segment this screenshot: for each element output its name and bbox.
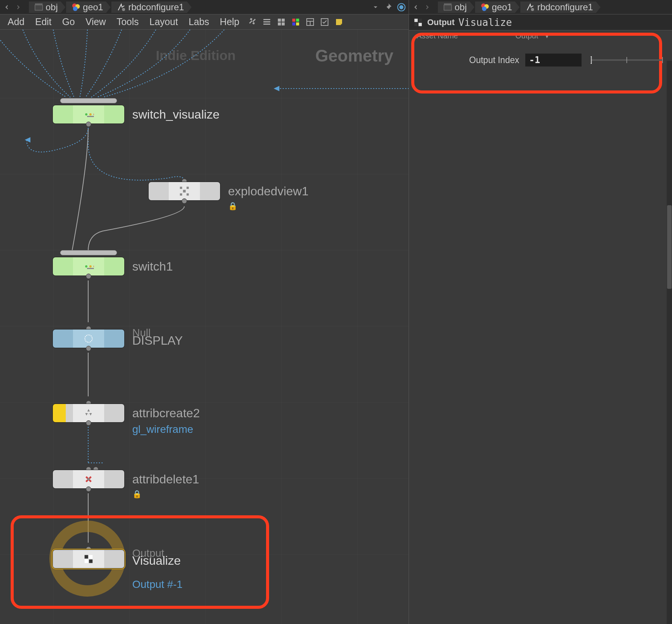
sop-icon (526, 3, 535, 12)
output-connector[interactable] (86, 346, 91, 351)
sop-icon (117, 3, 126, 12)
svg-point-4 (73, 6, 78, 11)
node-label: attribcreate2 (132, 406, 200, 420)
attribdelete-node-icon (83, 474, 94, 485)
lock-icon: 🔒 (228, 201, 238, 211)
output-connector[interactable] (182, 198, 187, 204)
asset-name-label: Asset Name (417, 32, 459, 40)
path-segment-geo1[interactable]: geo1 (66, 2, 106, 13)
svg-point-30 (85, 113, 87, 116)
svg-rect-17 (292, 22, 295, 25)
path-segment-rbdconfigure1[interactable]: rbdconfigure1 (111, 2, 187, 13)
node-attribcreate2[interactable]: attribcreate2 gl_wireframe (52, 404, 125, 423)
multi-input-bar (60, 98, 117, 103)
path-label: obj (46, 2, 58, 13)
output-index-slider[interactable] (591, 59, 662, 61)
output-connector[interactable] (86, 486, 91, 492)
scene-icon (443, 3, 452, 12)
svg-marker-23 (274, 86, 279, 91)
svg-point-41 (94, 265, 94, 268)
svg-rect-51 (444, 3, 452, 5)
svg-rect-38 (187, 193, 189, 196)
node-explodedview1[interactable]: explodedview1 🔒 (148, 182, 220, 201)
eye-button[interactable] (396, 2, 407, 13)
svg-rect-47 (89, 555, 92, 559)
param-node-name[interactable]: Visualize (458, 17, 512, 28)
svg-rect-56 (414, 19, 418, 22)
menu-edit[interactable]: Edit (30, 15, 56, 29)
node-output-visualize[interactable]: Output Visualize Output #-1 (52, 550, 125, 569)
output-node-icon (83, 554, 94, 564)
attribcreate-node-icon (83, 408, 94, 418)
path-dropdown-button[interactable] (371, 2, 380, 13)
output-connector[interactable] (86, 274, 91, 279)
scrollbar[interactable] (667, 61, 672, 624)
svg-point-40 (89, 265, 92, 268)
param-row-output-index: Output Index (458, 52, 662, 68)
menu-tools[interactable]: Tools (112, 15, 143, 29)
menu-labs[interactable]: Labs (184, 15, 214, 29)
palette-icon[interactable] (290, 16, 302, 28)
svg-rect-18 (296, 22, 299, 25)
menu-go[interactable]: Go (58, 15, 79, 29)
path-label: geo1 (83, 2, 103, 13)
menu-help[interactable]: Help (215, 15, 244, 29)
menu-view[interactable]: View (81, 15, 111, 29)
tools-icon[interactable] (246, 16, 258, 28)
menu-add[interactable]: Add (3, 15, 29, 29)
null-node-icon (83, 333, 94, 344)
layout-icon[interactable] (304, 16, 316, 28)
output-node-icon (413, 17, 423, 28)
node-label: explodedview1 (228, 184, 309, 198)
svg-point-39 (85, 265, 87, 268)
svg-rect-57 (418, 19, 422, 22)
path-segment-obj[interactable]: obj (29, 2, 61, 13)
output-label: Output (515, 32, 538, 40)
svg-rect-42 (87, 268, 94, 269)
svg-rect-14 (282, 22, 285, 25)
node-switch-visualize[interactable]: switch_visualize (52, 105, 125, 124)
menu-layout[interactable]: Layout (145, 15, 182, 29)
dropdown-icon: ▾ (545, 31, 549, 40)
param-row-faded: Asset Name Output ▾ (409, 30, 672, 41)
note-icon[interactable] (333, 16, 345, 28)
switch-node-icon (83, 109, 94, 120)
svg-rect-12 (282, 19, 285, 22)
svg-rect-11 (278, 19, 281, 22)
nav-forward-button[interactable] (422, 2, 433, 13)
nav-forward-button[interactable] (13, 2, 24, 13)
param-header: Output Visualize (409, 14, 672, 30)
path-segment-geo1[interactable]: geo1 (475, 2, 515, 13)
svg-point-43 (85, 335, 92, 342)
node-comment: Output #-1 (132, 578, 182, 591)
pin-button[interactable] (382, 2, 393, 13)
nav-back-button[interactable] (2, 2, 12, 13)
context-label: Geometry (315, 46, 393, 65)
scrollbar-thumb[interactable] (667, 205, 672, 289)
svg-rect-9 (263, 21, 270, 22)
node-display[interactable]: Null DISPLAY (52, 329, 125, 348)
output-index-input[interactable] (525, 54, 582, 67)
param-body: Asset Name Output ▾ Output Index (409, 30, 672, 624)
network-view[interactable]: Indie Edition Geometry (0, 30, 409, 624)
svg-point-45 (87, 478, 90, 481)
output-connector[interactable] (86, 122, 91, 127)
output-connector[interactable] (86, 420, 91, 426)
node-switch1[interactable]: switch1 (52, 257, 125, 276)
node-label: attribdelete1 (132, 472, 199, 486)
exploded-view-icon (179, 186, 190, 196)
svg-rect-1 (35, 3, 43, 5)
geo-icon (480, 3, 490, 12)
node-attribdelete1[interactable]: attribdelete1 🔒 (52, 470, 125, 489)
path-segment-rbdconfigure1[interactable]: rbdconfigure1 (520, 2, 596, 13)
path-segment-obj[interactable]: obj (438, 2, 470, 13)
svg-rect-16 (296, 19, 299, 22)
grid-icon[interactable] (275, 16, 287, 28)
task-icon[interactable] (319, 16, 331, 28)
svg-rect-0 (35, 5, 43, 10)
list-icon[interactable] (261, 16, 273, 28)
svg-rect-15 (292, 19, 295, 22)
nav-back-button[interactable] (410, 2, 421, 13)
scene-icon (34, 3, 43, 12)
node-comment: gl_wireframe (132, 423, 193, 436)
